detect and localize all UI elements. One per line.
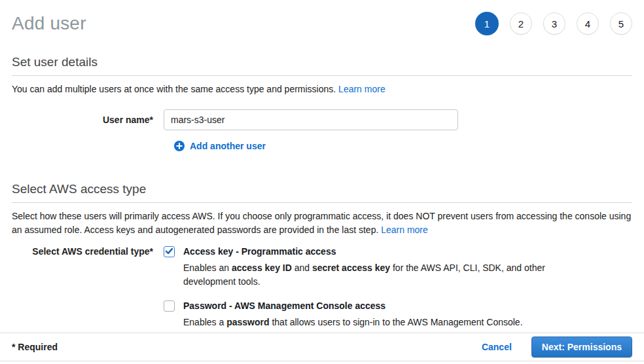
desc-segment-bold: access key ID [232, 263, 292, 273]
user-details-description: You can add multiple users at once with … [12, 82, 632, 96]
section-heading-user-details: Set user details [12, 55, 632, 76]
password-checkbox[interactable] [164, 300, 175, 312]
section-heading-access-type: Select AWS access type [12, 182, 632, 203]
page-title: Add user [12, 10, 86, 34]
wizard-footer: * Required Cancel Next: Permissions [0, 333, 644, 361]
access-key-checkbox[interactable] [164, 246, 175, 257]
access-type-description-text: Select how these users will primarily ac… [12, 211, 631, 235]
step-3[interactable]: 3 [543, 12, 565, 35]
desc-segment: that allows users to sign-in to the AWS … [270, 317, 523, 327]
checkmark-icon [165, 247, 173, 257]
desc-segment: Enables an [183, 263, 232, 273]
step-2[interactable]: 2 [510, 12, 532, 35]
learn-more-link-access-type[interactable]: Learn more [381, 225, 428, 235]
username-input[interactable] [164, 109, 458, 130]
step-5[interactable]: 5 [610, 12, 632, 35]
cancel-button[interactable]: Cancel [482, 342, 512, 352]
access-type-description: Select how these users will primarily ac… [12, 209, 632, 237]
password-option-text: Password - AWS Management Console access… [183, 300, 523, 329]
access-key-option-title: Access key - Programmatic access [183, 246, 550, 257]
add-another-user-label: Add another user [190, 141, 266, 151]
desc-segment: and [292, 263, 312, 273]
credential-option-row-access-key: Select AWS credential type* Access key -… [0, 246, 644, 289]
wizard-steps: 1 2 3 4 5 [475, 10, 632, 35]
desc-segment: Enables a [183, 317, 226, 327]
desc-segment-bold: password [226, 317, 269, 327]
desc-segment-bold: secret access key [312, 263, 390, 273]
add-another-user-button[interactable]: Add another user [174, 141, 266, 151]
step-4[interactable]: 4 [577, 12, 599, 35]
page-header: Add user 1 2 3 4 5 [0, 0, 644, 35]
access-key-option-description: Enables an access key ID and secret acce… [183, 261, 550, 289]
next-permissions-button[interactable]: Next: Permissions [531, 337, 632, 357]
plus-circle-icon [174, 141, 185, 151]
username-label: User name* [0, 109, 164, 125]
username-form-row: User name* [0, 109, 644, 130]
required-note: * Required [12, 342, 58, 352]
password-option-description: Enables a password that allows users to … [183, 316, 523, 329]
step-1[interactable]: 1 [475, 12, 499, 35]
credential-option-row-password: Password - AWS Management Console access… [0, 300, 644, 329]
user-details-description-text: You can add multiple users at once with … [12, 84, 336, 94]
access-key-option-text: Access key - Programmatic access Enables… [183, 246, 550, 289]
password-option-title: Password - AWS Management Console access [183, 300, 523, 311]
credential-type-label: Select AWS credential type* [0, 246, 164, 257]
learn-more-link-user-details[interactable]: Learn more [338, 84, 385, 94]
